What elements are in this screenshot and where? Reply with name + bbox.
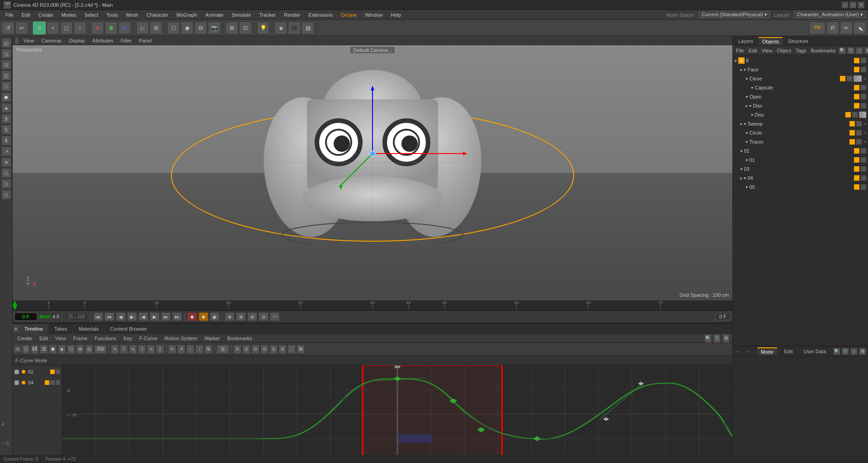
rp-tab-userdata[interactable]: User Data — [800, 348, 830, 355]
rp-search[interactable]: 🔍 — [839, 47, 846, 54]
next-keyframe-btn[interactable]: ⏭ — [161, 312, 171, 321]
left-tool-12[interactable]: ≋ — [1, 157, 11, 167]
menu-modes[interactable]: Modes — [58, 10, 80, 19]
tl2-curve5[interactable]: ∿ — [147, 345, 155, 354]
tree-item-03[interactable]: ● 03 — [733, 164, 868, 173]
cylinder-btn[interactable]: ⊟ — [194, 22, 207, 34]
tl2-m6[interactable]: ⊙ — [278, 345, 287, 354]
create-tool[interactable]: ◻ — [60, 22, 73, 34]
frame-counter[interactable]: 0 F — [14, 313, 37, 321]
move-tool[interactable]: + — [47, 22, 59, 34]
menu-window[interactable]: Window — [361, 10, 386, 19]
tl2-expand[interactable]: ≡ — [14, 346, 21, 352]
left-tool-9[interactable]: S — [1, 125, 11, 135]
vp-menu-filter[interactable]: Filter — [119, 38, 133, 43]
tl2-list[interactable]: ☰ — [40, 345, 48, 354]
auto-key-btn[interactable]: ⏺ — [198, 312, 208, 321]
vp-menu-cameras[interactable]: Cameras — [40, 38, 64, 43]
tool-x[interactable]: ✕ — [91, 22, 104, 34]
tl2-m3[interactable]: ⊙ — [251, 345, 259, 354]
vp-menu-attributes[interactable]: Attributes — [90, 38, 115, 43]
prev-frame-btn[interactable]: ◀ — [116, 312, 126, 321]
menu-render[interactable]: Render — [280, 10, 304, 19]
menu-create[interactable]: Create — [35, 10, 57, 19]
left-tool-11[interactable]: ↗ — [1, 146, 11, 156]
next-frame-btn[interactable]: ▶ — [150, 312, 160, 321]
tl2-m1[interactable]: ⊙ — [233, 345, 241, 354]
menu-animate[interactable]: Animate — [202, 10, 227, 19]
tl2-a[interactable]: ◈ — [58, 345, 66, 354]
redo-button[interactable]: ↩ — [15, 22, 28, 34]
rp-bottom-settings[interactable]: ⚙ — [859, 348, 866, 355]
tl2-curve4[interactable]: ⌇ — [138, 345, 146, 354]
tree-item-circle[interactable]: ● Circle ↗ — [733, 128, 868, 137]
left-tool-14[interactable]: ⬡ — [1, 179, 11, 189]
tl2-key[interactable]: ⬡ — [22, 345, 30, 354]
scale-tool[interactable]: ○ — [74, 22, 86, 34]
track-04-vis[interactable] — [50, 380, 55, 385]
maximize-button[interactable]: □ — [850, 2, 856, 8]
tool-r[interactable]: R — [826, 22, 839, 34]
deform-btn[interactable]: ⬛ — [288, 22, 301, 34]
menu-edit[interactable]: Edit — [18, 10, 34, 19]
tool-z[interactable]: ⊗ — [118, 22, 131, 34]
tl-search[interactable]: 🔍 — [704, 334, 712, 343]
tree-vis-02[interactable]: ● — [740, 149, 742, 153]
left-tool-4[interactable]: ◰ — [1, 70, 11, 80]
render-btn[interactable]: ▷ — [136, 22, 149, 34]
rp-view[interactable]: View — [760, 48, 774, 53]
rp-bottom-filter[interactable]: ▽ — [842, 348, 849, 355]
tl-menu-frame[interactable]: Frame — [71, 336, 90, 341]
tl-filter[interactable]: ▽ — [713, 334, 721, 343]
tl2-film[interactable]: 🎞 — [31, 345, 39, 354]
tree-item-disc-child[interactable]: ● Disc — [733, 110, 868, 119]
left-tool-6[interactable]: ⬢ — [1, 92, 11, 102]
tree-item-capsule[interactable]: ● Capsule — [733, 83, 868, 92]
undo-button[interactable]: ↺ — [2, 22, 14, 34]
track-04-expand[interactable]: ⊞ — [14, 380, 19, 385]
snap-btn[interactable]: ⊡ — [239, 22, 252, 34]
track-02-vis[interactable] — [56, 369, 60, 374]
tool-y[interactable]: ⊕ — [105, 22, 118, 34]
psr-btn[interactable]: ⊕ — [236, 312, 246, 321]
record-btn[interactable]: ⏺ — [187, 312, 197, 321]
layout-value[interactable]: Character_Animation (User) ▾ — [794, 11, 866, 19]
tl-settings[interactable]: ⚙ — [722, 334, 730, 343]
left-tool-10[interactable]: $ — [1, 136, 11, 145]
left-tool-7[interactable]: ◈ — [1, 103, 11, 113]
fcurve-area[interactable]: -24 -16 -8 0 8 16 24 32 40 48 56 4 ─ 0 — [62, 365, 732, 463]
grid-btn[interactable]: ⊞ — [226, 22, 238, 34]
tree-item-tracer[interactable]: ● Tracer ↗ — [733, 137, 868, 146]
nodespace-value[interactable]: Current (Standard/Physical) ▾ — [698, 11, 770, 19]
left-tool-3[interactable]: ◳ — [1, 60, 11, 70]
menu-character[interactable]: Character — [143, 10, 172, 19]
cube-btn[interactable]: ⬡ — [167, 22, 180, 34]
vp-drag-handle[interactable] — [15, 37, 18, 44]
motion-mode[interactable]: ⊕ — [225, 312, 235, 321]
loop-btn[interactable]: ⊙ — [259, 312, 269, 321]
tl2-curve2[interactable]: ⌇ — [120, 345, 128, 354]
tl2-num[interactable]: ||| — [217, 345, 229, 354]
viewport-3d[interactable]: Perspective Default Camera.:. — [13, 45, 732, 300]
tree-vis-05[interactable]: ● — [745, 185, 748, 189]
vp-menu-view[interactable]: View — [22, 38, 36, 43]
goto-start-btn[interactable]: ⏮ — [93, 312, 103, 321]
tl2-m2[interactable]: ⊙ — [242, 345, 250, 354]
tree-vis-face[interactable]: ● — [744, 67, 746, 72]
menu-octane[interactable]: Octane — [337, 10, 360, 19]
select-tool[interactable]: ⊙ — [33, 22, 46, 34]
sound-btn[interactable]: 〰 — [270, 312, 280, 321]
tab-structure[interactable]: Structure — [784, 37, 812, 45]
tl-expand-btn[interactable]: ≡ — [13, 324, 19, 333]
tl2-e[interactable]: 300 — [94, 345, 107, 354]
tl2-record[interactable]: ⏺ — [49, 345, 57, 354]
menu-simulate[interactable]: Simulate — [228, 10, 255, 19]
frame-end-counter[interactable]: 0 F — [715, 313, 731, 320]
tab-layers[interactable]: Layers — [735, 37, 757, 45]
tree-item-disc-group[interactable]: ▶ ● Disc — [733, 101, 868, 110]
rp-object[interactable]: Object — [775, 48, 793, 53]
tl-menu-fcurve[interactable]: F-Curve — [137, 336, 159, 341]
menu-file[interactable]: File — [2, 10, 17, 19]
track-04[interactable]: ⊞ 04 — [13, 378, 62, 387]
goto-end-btn[interactable]: ⏭ — [172, 312, 182, 321]
